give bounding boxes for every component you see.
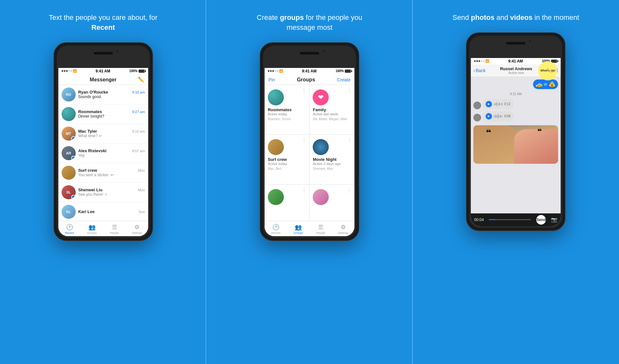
tab-groups-1[interactable]: 👥 Groups: [81, 222, 103, 235]
panel-1-heading: Text the people you care about, for Rece…: [39, 13, 167, 33]
signal-dot3-3: [479, 60, 480, 62]
conv-item-surfcrew[interactable]: Surf crew Mon You sent a sticker. ↩: [58, 163, 148, 183]
group-more-family[interactable]: ⋮: [347, 87, 352, 94]
groups-pin-btn[interactable]: Pin: [268, 77, 275, 82]
conv-item-shenwei[interactable]: SL Shenwei Liu Mon: [58, 183, 148, 202]
message-selfie: 🕶 🕶: [473, 125, 558, 164]
conv-time-mac: 9:10 am: [132, 129, 145, 133]
phone-inner-1: 📶 9:41 AM 100% Messenger ✏️: [57, 46, 150, 238]
compose-icon[interactable]: ✏️: [138, 76, 144, 82]
audio-bubble-2[interactable]: ▶ 0:08: [482, 111, 513, 121]
message-audio-1: ▶ 0:12: [473, 99, 558, 109]
conversation-list: RO Ryan O'Rourke 9:32 am Sounds good.: [58, 85, 148, 221]
send-label: Send: [537, 218, 546, 222]
tab-groups-2[interactable]: 👥 Groups: [287, 222, 310, 235]
recent-label-2: Recent: [271, 231, 281, 235]
play-btn-1[interactable]: ▶: [486, 101, 492, 107]
phone-2: 📶 9:41 AM 100% Pin Groups: [260, 42, 359, 241]
video-progress-bar: [489, 219, 531, 220]
panel-2-heading: Create groups for the people you message…: [245, 13, 374, 33]
phone-speaker: [94, 52, 113, 54]
video-controls: 00:04 Send 📷: [471, 213, 561, 226]
wave-bar-7: [502, 103, 502, 105]
groups-create-btn[interactable]: Create: [337, 77, 351, 82]
conv-content-mac: Mac Tyler 9:10 am What time? ↩: [78, 129, 145, 138]
group-more-movienight[interactable]: ⋮: [347, 137, 352, 143]
conv-item-kari[interactable]: KL Kari Lee Sun: [58, 202, 148, 221]
phone-2-btn-mute: [260, 75, 260, 85]
conv-item-ryan[interactable]: RO Ryan O'Rourke 9:32 am Sounds good.: [58, 85, 148, 104]
group-more-party[interactable]: ⋮: [347, 187, 352, 193]
phone-2-btn-vol-up: [260, 89, 260, 105]
group-card-roommates[interactable]: ⋮ Roommates Active today Brandon, Simon: [265, 85, 310, 135]
sender-avatar-2: [473, 114, 481, 121]
group-card-beach[interactable]: ⋮: [265, 185, 310, 221]
conv-name-mac: Mac Tyler: [78, 129, 97, 134]
phone-3-btn-power: [565, 84, 565, 107]
conv-name-alex: Alex Ristevski: [78, 148, 106, 153]
conv-item-mac[interactable]: MT Mac Tyler 9:10 am: [58, 124, 148, 144]
conv-top-mac: Mac Tyler 9:10 am: [78, 129, 145, 134]
badge-alex: [71, 156, 76, 160]
chat-messages: 🚕 or 🚖 8:32 AM ▶: [471, 77, 561, 213]
panel-3-heading: Send photos and videos in the moment: [453, 13, 579, 23]
tab-settings-1[interactable]: ⚙ Settings: [126, 222, 148, 235]
conv-content-alex: Alex Ristevski 8:07 am Yep: [78, 148, 145, 158]
signal-dot3-2: [476, 60, 478, 62]
group-card-movienight[interactable]: ⋮ Movie Night Active 2 days ago Shenwei,…: [310, 135, 354, 184]
signal-dot2-1: [268, 70, 269, 72]
panel-3: Send photos and videos in the moment: [413, 0, 619, 364]
tab-people-2[interactable]: ☰ People: [310, 222, 332, 235]
group-status-roommates: Active today: [268, 112, 287, 116]
audio-bubble-1[interactable]: ▶ 0:12: [482, 99, 513, 109]
svg-point-1: [72, 157, 75, 159]
settings-label-1: Settings: [131, 231, 142, 235]
signal-dot2-2: [270, 70, 272, 72]
avatar-ryan: RO: [62, 87, 76, 102]
signal-dot3-5: [483, 60, 485, 62]
wave-bar-1: [494, 103, 495, 105]
group-status-family: Active last week: [313, 112, 338, 116]
reply-icon-surfcrew: ↩: [111, 173, 114, 177]
conv-preview-ryan: Sounds good.: [78, 95, 145, 99]
recent-label: Recent: [65, 231, 74, 235]
avatar-shenwei: SL: [62, 185, 76, 199]
group-more-roommates[interactable]: ⋮: [301, 87, 307, 94]
tab-recent-1[interactable]: 🕐 Recent: [58, 222, 81, 235]
group-card-surfcrew[interactable]: ⋮ Surf crew Active today Mac, Ben: [265, 135, 310, 184]
wifi-icon-3: 📶: [485, 59, 489, 63]
signal-dots-2: 📶: [268, 69, 283, 73]
badge-shenwei: [71, 195, 76, 199]
reply-icon-mac: ↩: [99, 134, 102, 138]
svg-point-2: [72, 196, 75, 198]
people-icon-2: ☰: [318, 224, 323, 231]
video-send-btn[interactable]: Send: [536, 215, 546, 225]
phone-screen-1: 📶 9:41 AM 100% Messenger ✏️: [58, 68, 148, 236]
conv-item-roommates[interactable]: Roommates 9:27 am Dinner tonight?: [58, 104, 148, 124]
group-more-surfcrew[interactable]: ⋮: [301, 137, 307, 143]
wave-bar2-6: [500, 115, 501, 118]
group-status-surfcrew: Active today: [268, 162, 287, 166]
chevron-left-icon: ‹: [473, 68, 475, 73]
settings-icon-1: ⚙: [134, 224, 140, 231]
conv-preview-shenwei: See you there! ✓: [78, 192, 145, 197]
conv-content-surfcrew: Surf crew Mon You sent a sticker. ↩: [78, 168, 145, 177]
tab-people-1[interactable]: ☰ People: [103, 222, 126, 235]
conv-item-alex[interactable]: AR Alex Ristevski 8:07 am Yep: [58, 144, 148, 163]
play-btn-2[interactable]: ▶: [486, 113, 492, 120]
camera-icon[interactable]: 📷: [551, 217, 557, 223]
status-bar-1: 📶 9:41 AM 100%: [58, 68, 148, 74]
avatar-alex: AR: [62, 146, 76, 160]
tab-recent-2[interactable]: 🕐 Recent: [265, 222, 287, 235]
chat-back-btn[interactable]: ‹ Back: [473, 68, 486, 73]
conv-preview-roommates: Dinner tonight?: [78, 114, 145, 119]
conv-time-roommates: 9:27 am: [132, 110, 145, 114]
signal-dot-2: [64, 70, 65, 72]
group-card-party[interactable]: ⋮: [310, 185, 354, 221]
conv-name-shenwei: Shenwei Liu: [78, 187, 103, 192]
group-avatar-roommates: [268, 89, 284, 105]
group-more-beach[interactable]: ⋮: [301, 187, 307, 193]
group-card-family[interactable]: ⋮ ❤ Family Active last week Alli, Adam, …: [310, 85, 354, 135]
tab-settings-2[interactable]: ⚙ Settings: [332, 222, 354, 235]
people-icon-1: ☰: [112, 224, 117, 231]
